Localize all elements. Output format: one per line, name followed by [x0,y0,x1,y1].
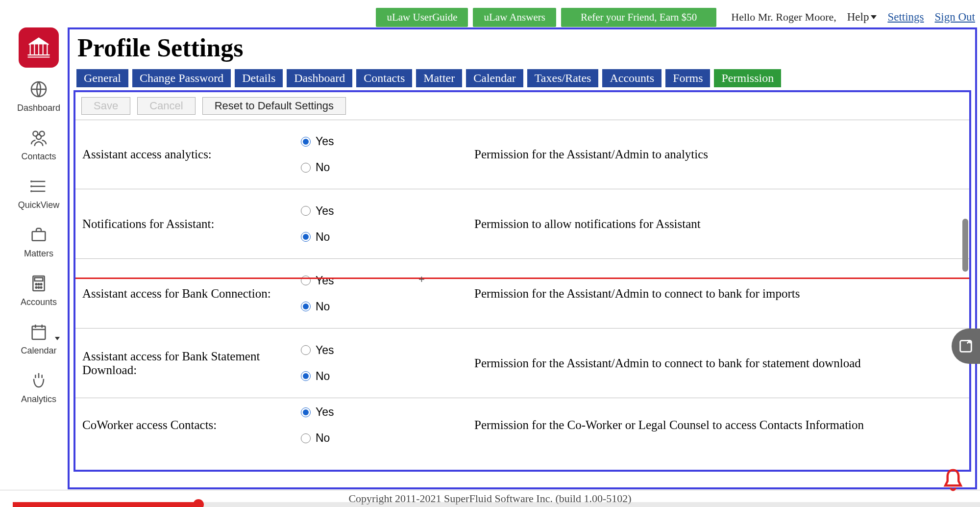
radio-input[interactable] [301,206,311,216]
permission-radios: Yes No [297,344,474,383]
radio-label: No [316,300,330,313]
radio-input[interactable] [301,345,311,355]
signout-link[interactable]: Sign Out [935,11,975,24]
permission-radios: Yes No [297,274,474,313]
permission-radios: Yes No [297,406,474,445]
radio-yes[interactable]: Yes [301,204,474,218]
sidebar-item-label: Contacts [21,152,56,162]
radio-no[interactable]: No [301,161,474,174]
notifications-button[interactable] [940,467,968,495]
settings-inner-panel: Save Cancel Reset to Default Settings As… [74,90,971,472]
permissions-table: Assistant access analytics: Yes No Permi… [75,120,969,452]
userguide-button[interactable]: uLaw UserGuide [376,8,468,27]
sidebar-item-label: Dashboard [17,103,60,113]
scrollbar-thumb[interactable] [962,219,968,272]
bell-icon [940,467,966,493]
bank-icon [26,35,51,60]
sidebar-item-accounts[interactable]: Accounts [21,273,57,307]
people-icon [28,127,49,149]
answers-button[interactable]: uLaw Answers [473,8,556,27]
main-panel: Profile Settings General Change Password… [68,27,977,489]
radio-yes[interactable]: Yes [301,344,474,357]
calculator-icon [28,273,49,294]
sidebar-item-analytics[interactable]: Analytics [21,370,56,405]
radio-label: Yes [316,406,334,419]
progress-handle[interactable] [193,499,204,507]
permission-label: Assistant access analytics: [75,148,297,161]
sidebar-item-label: QuickView [18,200,60,210]
top-header: uLaw UserGuide uLaw Answers Refer your F… [0,8,980,26]
tab-details[interactable]: Details [235,69,283,87]
sidebar-item-matters[interactable]: Matters [24,224,53,259]
radio-label: No [316,161,330,174]
svg-point-14 [38,283,40,285]
permission-description: Permission for the Assistant/Admin to an… [474,148,969,161]
radio-yes[interactable]: Yes [301,135,474,148]
tab-permission[interactable]: Permission [714,69,781,87]
svg-point-7 [31,181,32,182]
radio-input[interactable] [301,433,311,443]
tab-forms[interactable]: Forms [665,69,710,87]
svg-point-13 [36,283,37,285]
svg-point-3 [36,134,41,139]
tab-calendar[interactable]: Calendar [466,69,523,87]
permission-description: Permission for the Assistant/Admin to co… [474,287,969,301]
tab-contacts[interactable]: Contacts [356,69,412,87]
radio-input[interactable] [301,137,311,147]
radio-label: Yes [316,204,334,218]
radio-no[interactable]: No [301,230,474,244]
radio-input[interactable] [301,276,311,285]
permission-row: Assistant access analytics: Yes No Permi… [75,120,969,189]
radio-input[interactable] [301,407,311,417]
tab-matter[interactable]: Matter [416,69,462,87]
radio-input[interactable] [301,163,311,173]
sidebar-item-quickview[interactable]: QuickView [18,176,60,210]
video-progress-bar[interactable] [13,502,980,507]
permission-label: Notifications for Assistant: [75,217,297,231]
permission-radios: Yes No [297,204,474,244]
radio-yes[interactable]: Yes [301,274,474,287]
tab-dashboard[interactable]: Dashboard [287,69,352,87]
svg-point-16 [36,287,37,288]
svg-rect-12 [35,278,43,281]
chevron-down-icon [55,337,60,340]
tab-change-password[interactable]: Change Password [132,69,231,87]
sidebar-item-contacts[interactable]: Contacts [21,127,56,162]
radio-label: No [316,370,330,383]
hello-user: Hello Mr. Roger Moore, [731,11,836,24]
permission-row: Assistant access for Bank Connection: Ye… [75,259,969,329]
sidebar-item-label: Analytics [21,394,56,405]
help-label: Help [847,11,869,24]
permission-description: Permission for the Assistant/Admin to co… [474,356,969,370]
tab-taxes-rates[interactable]: Taxes/Rates [527,69,599,87]
radio-input[interactable] [301,371,311,381]
radio-input[interactable] [301,232,311,242]
tab-accounts[interactable]: Accounts [602,69,662,87]
radio-label: Yes [316,135,334,148]
radio-label: Yes [316,344,334,357]
radio-yes[interactable]: Yes [301,406,474,419]
sidebar-item-label: Accounts [21,297,57,307]
briefcase-icon [28,224,49,246]
radio-label: Yes [316,274,334,287]
tab-row: General Change Password Details Dashboar… [70,69,975,87]
cancel-button[interactable]: Cancel [137,97,195,115]
permission-row: CoWorker access Contacts: Yes No Permiss… [75,398,969,452]
radio-label: No [316,230,330,244]
sidebar-item-dashboard[interactable]: Dashboard [17,78,60,113]
permission-label: Assistant access for Bank Statement Down… [75,350,297,377]
tab-general[interactable]: General [76,69,128,87]
save-button[interactable]: Save [81,97,130,115]
sidebar-item-calendar[interactable]: Calendar [21,321,56,356]
radio-no[interactable]: No [301,370,474,383]
help-dropdown[interactable]: Help [847,11,877,24]
settings-link[interactable]: Settings [887,11,924,24]
refer-button[interactable]: Refer your Friend, Earn $50 [561,8,716,27]
sidebar-item-label: Matters [24,249,53,259]
app-logo[interactable] [19,27,59,68]
radio-no[interactable]: No [301,431,474,445]
radio-input[interactable] [301,302,311,311]
svg-point-9 [31,191,32,192]
reset-defaults-button[interactable]: Reset to Default Settings [202,97,346,115]
radio-no[interactable]: No [301,300,474,313]
